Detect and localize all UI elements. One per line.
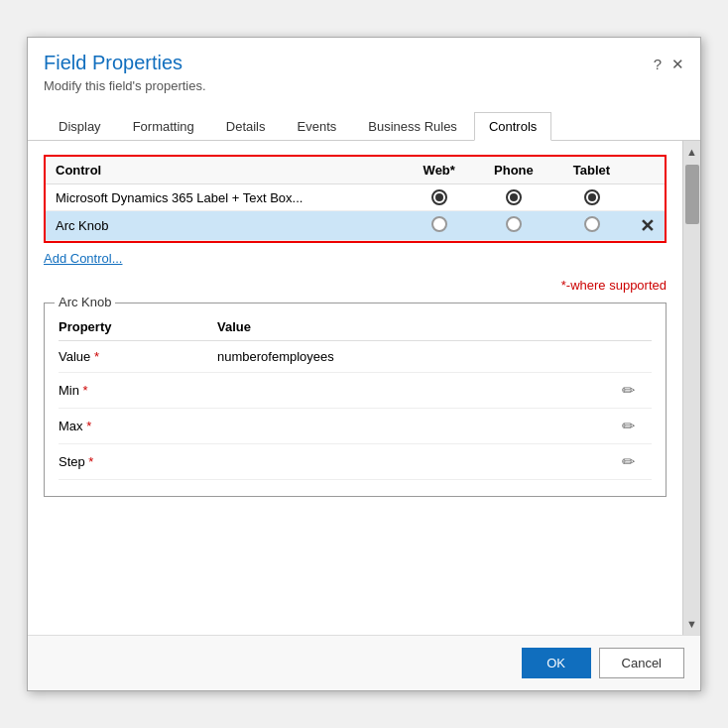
- radio-phone-row1[interactable]: [506, 189, 522, 205]
- tab-events[interactable]: Events: [283, 112, 352, 141]
- table-row: Max * ✏: [59, 409, 652, 444]
- help-icon[interactable]: ?: [654, 56, 662, 73]
- prop-label-step: Step *: [59, 444, 217, 480]
- col-header-tablet: Tablet: [553, 157, 630, 184]
- prop-label-value: Value *: [59, 341, 217, 373]
- tab-details[interactable]: Details: [211, 112, 281, 141]
- prop-label-min: Min *: [59, 373, 217, 409]
- col-header-control: Control: [46, 157, 405, 184]
- scroll-down-arrow[interactable]: ▼: [686, 615, 697, 633]
- value-header: Value: [217, 313, 622, 341]
- tab-display[interactable]: Display: [44, 112, 116, 141]
- table-row: Microsoft Dynamics 365 Label + Text Box.…: [46, 184, 665, 211]
- close-icon[interactable]: ✕: [671, 56, 684, 73]
- table-row[interactable]: Arc Knob ✕: [46, 211, 665, 241]
- edit-cell-min[interactable]: ✏: [622, 373, 652, 409]
- properties-table: Property Value Value * numberofemployees: [59, 313, 652, 480]
- scroll-thumb[interactable]: [685, 165, 699, 224]
- scroll-up-arrow[interactable]: ▲: [686, 143, 697, 161]
- cancel-button[interactable]: Cancel: [599, 648, 684, 678]
- prop-value-max: [217, 409, 622, 444]
- tablet-radio-filled[interactable]: [553, 184, 630, 211]
- field-properties-dialog: Field Properties Modify this field's pro…: [27, 37, 701, 691]
- prop-value-value: numberofemployees: [217, 341, 622, 373]
- table-row: Step * ✏: [59, 444, 652, 480]
- radio-web-row2[interactable]: [431, 216, 447, 232]
- required-star: *: [88, 454, 93, 469]
- required-star: *: [94, 349, 99, 364]
- edit-cell-step[interactable]: ✏: [622, 444, 652, 480]
- radio-tablet-row2[interactable]: [584, 216, 600, 232]
- dialog-footer: OK Cancel: [28, 635, 700, 690]
- prop-value-min: [217, 373, 622, 409]
- edit-icon-min[interactable]: ✏: [622, 382, 635, 399]
- prop-label-max: Max *: [59, 409, 217, 444]
- add-control-link[interactable]: Add Control...: [44, 251, 123, 266]
- tab-controls[interactable]: Controls: [474, 112, 551, 141]
- web-radio-empty[interactable]: [405, 211, 474, 241]
- scrollbar: ▲ ▼: [682, 141, 700, 635]
- prop-header: Property: [59, 313, 217, 341]
- phone-radio-empty[interactable]: [474, 211, 553, 241]
- section-title: Arc Knob: [55, 295, 115, 309]
- edit-icon-step[interactable]: ✏: [622, 453, 635, 470]
- ok-button[interactable]: OK: [522, 648, 591, 678]
- controls-table-wrapper: Control Web* Phone Tablet Microsoft Dyna…: [44, 155, 667, 243]
- header-actions: ? ✕: [654, 56, 684, 73]
- arc-knob-section: Arc Knob Property Value Value *: [44, 303, 667, 497]
- tab-bar: Display Formatting Details Events Busine…: [28, 111, 700, 141]
- radio-web-row1[interactable]: [431, 189, 447, 205]
- main-content: Control Web* Phone Tablet Microsoft Dyna…: [28, 141, 682, 635]
- col-header-phone: Phone: [474, 157, 553, 184]
- dialog-body: Control Web* Phone Tablet Microsoft Dyna…: [28, 141, 700, 635]
- table-row: Value * numberofemployees: [59, 341, 652, 373]
- web-radio-filled[interactable]: [405, 184, 474, 211]
- control-name-arc: Arc Knob: [46, 211, 405, 241]
- dialog-header: Field Properties Modify this field's pro…: [28, 38, 700, 101]
- edit-icon-max[interactable]: ✏: [622, 418, 635, 434]
- required-star: *: [86, 419, 91, 433]
- edit-cell-max[interactable]: ✏: [622, 409, 652, 444]
- tablet-radio-empty[interactable]: [553, 211, 630, 241]
- control-name: Microsoft Dynamics 365 Label + Text Box.…: [46, 184, 405, 211]
- phone-radio-filled[interactable]: [474, 184, 553, 211]
- supported-note: *-where supported: [44, 278, 667, 293]
- table-row: Min * ✏: [59, 373, 652, 409]
- dialog-subtitle: Modify this field's properties.: [44, 78, 206, 93]
- prop-value-step: [217, 444, 622, 480]
- dialog-title: Field Properties: [44, 52, 206, 74]
- radio-phone-row2[interactable]: [506, 216, 522, 232]
- header-text: Field Properties Modify this field's pro…: [44, 52, 206, 93]
- required-star: *: [83, 383, 88, 398]
- radio-tablet-row1[interactable]: [584, 189, 600, 205]
- col-header-web: Web*: [405, 157, 474, 184]
- tab-business-rules[interactable]: Business Rules: [353, 112, 472, 141]
- delete-cell[interactable]: ✕: [630, 211, 665, 241]
- controls-table: Control Web* Phone Tablet Microsoft Dyna…: [46, 157, 665, 241]
- tab-formatting[interactable]: Formatting: [118, 112, 209, 141]
- delete-icon[interactable]: ✕: [640, 216, 655, 236]
